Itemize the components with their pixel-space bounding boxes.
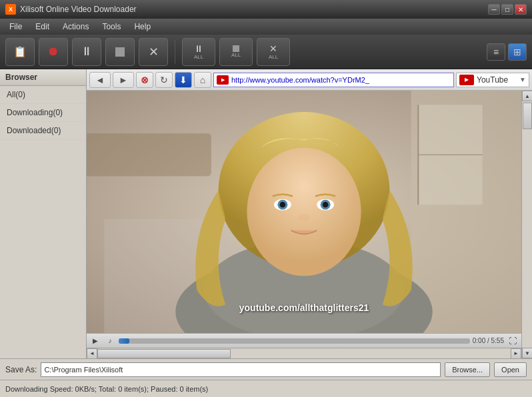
sidebar-item-downloaded[interactable]: Downloaded(0) [0,122,86,140]
stop-nav-icon: ⊗ [141,75,149,85]
main-area: Browser All(0) Downloading(0) Downloaded… [0,69,532,358]
open-button[interactable]: Open [494,362,527,377]
scroll-left-button[interactable]: ◄ [87,348,97,359]
nav-bar: ◄ ► ⊗ ↻ ⬇ ⌂ http://ww [87,69,532,91]
stop-all-icon [233,45,239,52]
video-section: youtube.com/allthatglitters21 ▶ ♪ 0:00 /… [87,91,532,358]
home-icon: ⌂ [200,75,205,85]
fullscreen-button[interactable]: ⛶ [507,336,519,346]
site-name: YouTube [477,75,508,85]
sidebar-item-all[interactable]: All(0) [0,86,86,104]
url-text: http://www.youtube.com/watch?v=YDrM2_ [231,76,369,84]
delete-button[interactable]: ✕ [139,38,168,66]
browser-content: youtube.com/allthatglitters21 ▶ ♪ 0:00 /… [87,91,521,358]
scroll-up-button[interactable]: ▲ [522,91,532,101]
title-bar: X Xilisoft Online Video Downloader ─ □ ✕ [0,0,532,19]
volume-vc-button[interactable]: ♪ [104,336,116,346]
forward-button[interactable]: ► [113,72,134,88]
site-selector[interactable]: YouTube ▼ [456,73,529,87]
save-path-input[interactable] [41,362,441,377]
app-icon: X [5,4,16,15]
menu-file[interactable]: File [3,20,29,33]
toolbar: 📋 ⏺ ⏸ ✕ ⏸ ALL ALL ✕ ALL ≡ ⊞ [0,35,532,69]
record-icon: ⏺ [47,45,59,59]
site-dropdown-arrow-icon: ▼ [519,76,526,83]
status-bar: Downloading Speed: 0KB/s; Total: 0 item(… [0,380,532,397]
video-progress-fill [119,338,129,344]
maximize-button[interactable]: □ [501,4,513,15]
menu-actions[interactable]: Actions [56,20,95,33]
sidebar: Browser All(0) Downloading(0) Downloaded… [0,69,87,358]
pause-all-label: ALL [194,55,203,60]
video-progress-bar[interactable] [119,338,470,344]
scroll-vertical-thumb[interactable] [523,103,532,129]
content-area: ◄ ► ⊗ ↻ ⬇ ⌂ http://ww [87,69,532,358]
url-site-icon [217,75,229,85]
svg-point-18 [298,214,309,221]
video-player: youtube.com/allthatglitters21 [87,91,521,333]
video-controls-bar: ▶ ♪ 0:00 / 5:55 ⛶ [87,333,521,348]
save-as-label: Save As: [5,365,37,374]
video-overlay-text: youtube.com/allthatglitters21 [239,302,369,313]
window-controls: ─ □ ✕ [488,4,527,15]
refresh-icon: ↻ [160,75,168,85]
video-time-display: 0:00 / 5:55 [473,337,504,344]
stop-all-button[interactable]: ALL [219,38,253,66]
svg-point-11 [247,148,361,276]
menu-bar: File Edit Actions Tools Help [0,19,532,35]
scroll-right-button[interactable]: ► [511,348,521,359]
pause-all-button[interactable]: ⏸ ALL [182,38,215,66]
pause-button[interactable]: ⏸ [72,38,101,66]
stop-icon [115,47,125,57]
pause-all-icon: ⏸ [194,43,203,54]
scroll-down-button[interactable]: ▼ [522,348,532,358]
sidebar-header: Browser [0,69,86,86]
back-button[interactable]: ◄ [89,72,111,88]
sidebar-item-downloading[interactable]: Downloading(0) [0,104,86,122]
delete-all-button[interactable]: ✕ ALL [257,38,290,66]
status-text: Downloading Speed: 0KB/s; Total: 0 item(… [5,385,208,393]
delete-all-icon: ✕ [269,43,277,54]
save-as-bar: Save As: Browse... Open [0,358,532,380]
svg-point-14 [280,202,286,208]
toolbar-separator-1 [175,40,175,64]
scroll-horizontal-track[interactable] [97,348,511,359]
scroll-vertical-track[interactable] [522,101,532,348]
grid-view-button[interactable]: ⊞ [508,43,527,61]
download-page-button[interactable]: ⬇ [175,72,192,88]
refresh-button[interactable]: ↻ [155,72,173,88]
vertical-scrollbar: ▲ ▼ [521,91,532,358]
view-toggle: ≡ ⊞ [487,43,527,61]
record-button[interactable]: ⏺ [39,38,68,66]
horizontal-scrollbar: ◄ ► [87,348,521,358]
stop-button[interactable] [105,38,135,66]
forward-icon: ► [119,75,128,85]
site-yt-icon [459,75,474,85]
video-image [87,91,521,333]
play-pause-vc-button[interactable]: ▶ [89,336,101,346]
back-icon: ◄ [95,75,105,85]
scroll-horizontal-thumb[interactable] [97,349,231,358]
menu-help[interactable]: Help [127,20,157,33]
minimize-button[interactable]: ─ [488,4,500,15]
browse-button[interactable]: Browse... [445,362,490,377]
menu-tools[interactable]: Tools [95,20,127,33]
video-frame: youtube.com/allthatglitters21 [87,91,521,333]
download-icon: ⬇ [179,75,187,85]
stop-nav-button[interactable]: ⊗ [136,72,153,88]
svg-rect-5 [87,133,211,176]
delete-all-label: ALL [269,55,278,60]
home-button[interactable]: ⌂ [194,72,211,88]
browser-panel: ◄ ► ⊗ ↻ ⬇ ⌂ http://ww [87,69,532,358]
app-title: Xilisoft Online Video Downloader [20,5,488,14]
add-download-button[interactable]: 📋 [5,38,35,66]
pause-icon: ⏸ [81,45,93,59]
menu-edit[interactable]: Edit [29,20,56,33]
add-icon: 📋 [13,45,27,58]
close-button[interactable]: ✕ [515,4,527,15]
stop-all-label: ALL [231,53,241,58]
list-view-button[interactable]: ≡ [487,43,505,61]
svg-point-17 [323,202,329,208]
delete-icon: ✕ [149,45,159,59]
url-bar[interactable]: http://www.youtube.com/watch?v=YDrM2_ [213,73,454,87]
